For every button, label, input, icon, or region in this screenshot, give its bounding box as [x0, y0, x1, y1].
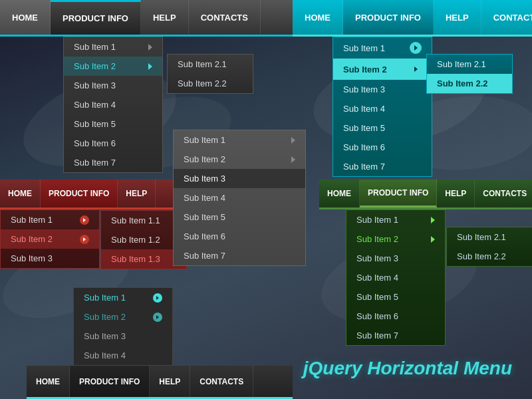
menu6-sub4[interactable]: Sub Item 4 [346, 268, 445, 287]
menu3-sub3[interactable]: Sub Item 3 [1, 249, 99, 268]
menu6-sub5[interactable]: Sub Item 5 [346, 287, 445, 307]
sm-circle-cyan-icon [153, 313, 162, 322]
menu5-product-info[interactable]: PRODUCT INFO [70, 366, 150, 397]
menu1-sub2[interactable]: Sub Item 2 [64, 57, 162, 76]
arrow-icon [291, 156, 295, 163]
menu2-sub4[interactable]: Sub Item 4 [333, 99, 432, 118]
menu5-sub2[interactable]: Sub Item 2 [74, 307, 172, 327]
menu2-sub2-2[interactable]: Sub Item 2.2 [427, 74, 512, 93]
menu6-product-info[interactable]: PRODUCT INFO [360, 180, 437, 207]
arrow-icon [148, 44, 152, 51]
menu1-sub2-1[interactable]: Sub Item 2.1 [168, 55, 253, 74]
menu1-contacts[interactable]: CONTACTS [189, 0, 261, 35]
menu6-help[interactable]: HELP [437, 180, 475, 207]
menu1-product-info[interactable]: PRODUCT INFO [51, 0, 141, 35]
menu2-contacts[interactable]: CONTACTS [481, 0, 532, 35]
menu1-sub7[interactable]: Sub Item 7 [64, 153, 162, 172]
menu6-sub2-2[interactable]: Sub Item 2.2 [447, 247, 532, 266]
menu4-sub7[interactable]: Sub Item 7 [174, 246, 305, 265]
menu6-sub3[interactable]: Sub Item 3 [346, 249, 445, 268]
menu1-help[interactable]: HELP [141, 0, 189, 35]
menu3-sub2[interactable]: Sub Item 2 [1, 229, 99, 249]
sm-circle-icon [80, 215, 89, 225]
menu3-product-info[interactable]: PRODUCT INFO [41, 180, 118, 207]
menu6-sub7[interactable]: Sub Item 7 [346, 326, 445, 345]
sm-circle-cyan-icon [153, 293, 162, 303]
arrow-icon [291, 137, 295, 144]
menu6-container: HOME PRODUCT INFO HELP CONTACTS Sub Item… [319, 180, 532, 209]
menu6-sub2-1[interactable]: Sub Item 2.1 [447, 227, 532, 247]
menu2-dropdown-l2: Sub Item 2.1 Sub Item 2.2 [426, 54, 513, 94]
menu3-navbar: HOME PRODUCT INFO HELP [0, 180, 193, 209]
menu5-home[interactable]: HOME [27, 366, 70, 397]
menu3-home[interactable]: HOME [0, 180, 41, 207]
menu5-contacts[interactable]: CONTACTS [190, 366, 253, 397]
menu1-container: HOME PRODUCT INFO HELP CONTACTS Sub Item… [0, 0, 293, 37]
menu6-dropdown: Sub Item 1 Sub Item 2 Sub Item 3 Sub Ite… [346, 209, 446, 346]
menu3-dropdown: Sub Item 1 Sub Item 2 Sub Item 3 Sub Ite… [0, 209, 100, 269]
menu2-home[interactable]: HOME [293, 0, 343, 35]
sm-circle-icon [80, 235, 89, 244]
menu2-sub3[interactable]: Sub Item 3 [333, 80, 432, 99]
menu2-navbar: HOME PRODUCT INFO HELP CONTACTS [293, 0, 532, 37]
menu1-sub6[interactable]: Sub Item 6 [64, 134, 162, 153]
menu5-navbar: HOME PRODUCT INFO HELP CONTACTS [27, 366, 293, 399]
arrow-icon [148, 63, 152, 70]
menu2-sub2-1[interactable]: Sub Item 2.1 [427, 55, 512, 74]
menu4-sub3[interactable]: Sub Item 3 [174, 169, 305, 188]
menu1-dropdown: Sub Item 1 Sub Item 2 Sub Item 3 Sub Ite… [63, 37, 163, 173]
page-title: jQuery Horizontal Menu [303, 358, 512, 379]
menu5-dropdown: Sub Item 1 Sub Item 2 Sub Item 3 Sub Ite… [73, 287, 173, 366]
menu2-dropdown: Sub Item 1 Sub Item 2 Sub Item 3 Sub Ite… [332, 37, 432, 177]
menu2-product-info[interactable]: PRODUCT INFO [343, 0, 434, 35]
menu4-sub6[interactable]: Sub Item 6 [174, 227, 305, 246]
menu4-dropdown: Sub Item 1 Sub Item 2 Sub Item 3 Sub Ite… [173, 130, 306, 266]
menu1-sub4[interactable]: Sub Item 4 [64, 95, 162, 114]
menu6-sub1[interactable]: Sub Item 1 [346, 210, 445, 229]
arrow-icon [431, 236, 435, 243]
menu6-navbar: HOME PRODUCT INFO HELP CONTACTS [319, 180, 532, 209]
menu3-container: HOME PRODUCT INFO HELP Sub Item 1 Sub It… [0, 180, 193, 209]
menu6-home[interactable]: HOME [319, 180, 360, 207]
circle-arrow-icon [410, 63, 422, 75]
menu5-help[interactable]: HELP [150, 366, 190, 397]
menu1-home[interactable]: HOME [0, 0, 51, 35]
menu3-sub1[interactable]: Sub Item 1 [1, 210, 99, 229]
menu4-sub5[interactable]: Sub Item 5 [174, 207, 305, 227]
menu5-container: HOME PRODUCT INFO HELP CONTACTS Sub Item… [27, 366, 293, 399]
menu2-help[interactable]: HELP [434, 0, 481, 35]
menu1-sub5[interactable]: Sub Item 5 [64, 114, 162, 134]
menu6-sub6[interactable]: Sub Item 6 [346, 307, 445, 326]
arrow-icon [431, 217, 435, 223]
menu1-sub3[interactable]: Sub Item 3 [64, 76, 162, 95]
menu6-contacts[interactable]: CONTACTS [475, 180, 532, 207]
menu1-sub2-2[interactable]: Sub Item 2.2 [168, 74, 253, 93]
menu2-sub1[interactable]: Sub Item 1 [333, 37, 432, 59]
menu2-container: HOME PRODUCT INFO HELP CONTACTS Sub Item… [293, 0, 532, 37]
menu1-navbar: HOME PRODUCT INFO HELP CONTACTS [0, 0, 293, 37]
menu4-container: Sub Item 1 Sub Item 2 Sub Item 3 Sub Ite… [173, 130, 306, 266]
menu2-sub7[interactable]: Sub Item 7 [333, 157, 432, 176]
circle-arrow-icon [410, 42, 422, 54]
menu5-sub1[interactable]: Sub Item 1 [74, 288, 172, 307]
menu1-dropdown-l2: Sub Item 2.1 Sub Item 2.2 [167, 54, 253, 94]
menu4-sub1[interactable]: Sub Item 1 [174, 130, 305, 150]
menu4-sub4[interactable]: Sub Item 4 [174, 188, 305, 207]
menu5-sub3[interactable]: Sub Item 3 [74, 327, 172, 346]
menu4-sub2[interactable]: Sub Item 2 [174, 150, 305, 169]
menu5-sub4[interactable]: Sub Item 4 [74, 346, 172, 365]
menu2-sub5[interactable]: Sub Item 5 [333, 118, 432, 138]
menu2-sub2[interactable]: Sub Item 2 [333, 59, 432, 80]
menu6-sub2[interactable]: Sub Item 2 [346, 229, 445, 249]
menu2-sub6[interactable]: Sub Item 6 [333, 138, 432, 157]
menu6-dropdown-l2: Sub Item 2.1 Sub Item 2.2 [446, 227, 532, 267]
menu3-help[interactable]: HELP [118, 180, 156, 207]
menu1-sub1[interactable]: Sub Item 1 [64, 37, 162, 57]
